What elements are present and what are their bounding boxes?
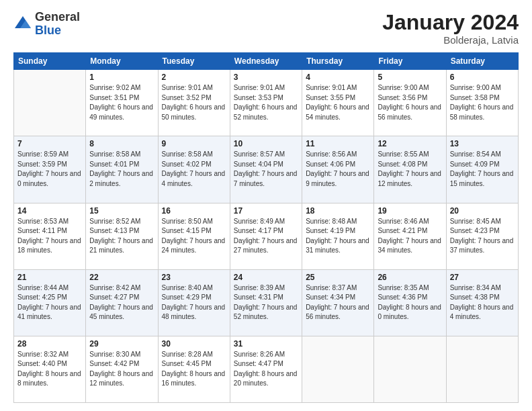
day-header-thursday: Thursday — [302, 53, 374, 70]
day-info: Sunrise: 8:55 AM Sunset: 4:08 PM Dayligh… — [378, 150, 442, 189]
calendar-cell: 5Sunrise: 9:00 AM Sunset: 3:56 PM Daylig… — [374, 70, 446, 136]
page: General Blue January 2024 Bolderaja, Lat… — [0, 0, 532, 411]
calendar-week-row: 7Sunrise: 8:59 AM Sunset: 3:59 PM Daylig… — [14, 136, 519, 203]
day-number: 28 — [17, 339, 82, 349]
day-info: Sunrise: 8:32 AM Sunset: 4:40 PM Dayligh… — [17, 350, 82, 389]
day-number: 4 — [306, 73, 370, 82]
day-info: Sunrise: 8:35 AM Sunset: 4:36 PM Dayligh… — [378, 283, 442, 322]
day-number: 27 — [450, 273, 515, 282]
calendar-cell: 17Sunrise: 8:49 AM Sunset: 4:17 PM Dayli… — [230, 203, 302, 269]
day-number: 9 — [162, 139, 226, 148]
day-number: 7 — [17, 139, 82, 148]
day-info: Sunrise: 9:00 AM Sunset: 3:56 PM Dayligh… — [378, 83, 442, 122]
day-info: Sunrise: 8:58 AM Sunset: 4:01 PM Dayligh… — [89, 150, 154, 189]
calendar-cell: 13Sunrise: 8:54 AM Sunset: 4:09 PM Dayli… — [446, 136, 518, 203]
logo: General Blue — [13, 11, 80, 38]
logo-general-text: General — [35, 10, 80, 24]
day-header-friday: Friday — [374, 53, 446, 70]
day-number: 13 — [450, 139, 515, 148]
day-number: 15 — [89, 206, 154, 216]
day-info: Sunrise: 8:34 AM Sunset: 4:38 PM Dayligh… — [450, 283, 515, 322]
day-info: Sunrise: 8:39 AM Sunset: 4:31 PM Dayligh… — [234, 283, 298, 322]
day-number: 25 — [306, 273, 370, 282]
day-number: 22 — [89, 273, 154, 282]
day-info: Sunrise: 8:45 AM Sunset: 4:23 PM Dayligh… — [450, 217, 515, 256]
day-header-monday: Monday — [86, 53, 158, 70]
day-info: Sunrise: 8:59 AM Sunset: 3:59 PM Dayligh… — [17, 150, 82, 189]
day-info: Sunrise: 8:30 AM Sunset: 4:42 PM Dayligh… — [89, 350, 154, 389]
day-number: 6 — [450, 73, 515, 82]
calendar-cell: 28Sunrise: 8:32 AM Sunset: 4:40 PM Dayli… — [14, 336, 86, 402]
day-number: 10 — [234, 139, 298, 148]
day-info: Sunrise: 8:49 AM Sunset: 4:17 PM Dayligh… — [234, 217, 298, 256]
day-number: 18 — [306, 206, 370, 216]
logo-icon — [13, 15, 32, 34]
calendar-cell — [446, 336, 518, 402]
calendar-cell — [302, 336, 374, 402]
calendar-cell: 29Sunrise: 8:30 AM Sunset: 4:42 PM Dayli… — [86, 336, 158, 402]
day-number: 1 — [89, 73, 154, 82]
day-number: 23 — [162, 273, 226, 282]
day-number: 14 — [17, 206, 82, 216]
day-header-sunday: Sunday — [14, 53, 86, 70]
calendar-cell: 30Sunrise: 8:28 AM Sunset: 4:45 PM Dayli… — [158, 336, 230, 402]
calendar-cell — [374, 336, 446, 402]
day-info: Sunrise: 9:01 AM Sunset: 3:52 PM Dayligh… — [162, 83, 226, 122]
day-info: Sunrise: 8:37 AM Sunset: 4:34 PM Dayligh… — [306, 283, 370, 322]
day-header-wednesday: Wednesday — [230, 53, 302, 70]
day-info: Sunrise: 8:48 AM Sunset: 4:19 PM Dayligh… — [306, 217, 370, 256]
day-info: Sunrise: 8:28 AM Sunset: 4:45 PM Dayligh… — [162, 350, 226, 389]
calendar-header-row: SundayMondayTuesdayWednesdayThursdayFrid… — [14, 53, 519, 70]
calendar-week-row: 21Sunrise: 8:44 AM Sunset: 4:25 PM Dayli… — [14, 269, 519, 336]
calendar-cell: 20Sunrise: 8:45 AM Sunset: 4:23 PM Dayli… — [446, 203, 518, 269]
day-number: 3 — [234, 73, 298, 82]
day-number: 17 — [234, 206, 298, 216]
calendar-cell: 16Sunrise: 8:50 AM Sunset: 4:15 PM Dayli… — [158, 203, 230, 269]
calendar-week-row: 14Sunrise: 8:53 AM Sunset: 4:11 PM Dayli… — [14, 203, 519, 269]
location: Bolderaja, Latvia — [382, 34, 519, 46]
calendar-cell: 15Sunrise: 8:52 AM Sunset: 4:13 PM Dayli… — [86, 203, 158, 269]
day-number: 21 — [17, 273, 82, 282]
day-number: 2 — [162, 73, 226, 82]
calendar-cell: 4Sunrise: 9:01 AM Sunset: 3:55 PM Daylig… — [302, 70, 374, 136]
day-info: Sunrise: 8:58 AM Sunset: 4:02 PM Dayligh… — [162, 150, 226, 189]
calendar-week-row: 1Sunrise: 9:02 AM Sunset: 3:51 PM Daylig… — [14, 70, 519, 136]
day-number: 20 — [450, 206, 515, 216]
day-info: Sunrise: 8:54 AM Sunset: 4:09 PM Dayligh… — [450, 150, 515, 189]
day-info: Sunrise: 8:44 AM Sunset: 4:25 PM Dayligh… — [17, 283, 82, 322]
day-info: Sunrise: 9:02 AM Sunset: 3:51 PM Dayligh… — [89, 83, 154, 122]
day-info: Sunrise: 8:53 AM Sunset: 4:11 PM Dayligh… — [17, 217, 82, 256]
header: General Blue January 2024 Bolderaja, Lat… — [13, 11, 519, 46]
day-info: Sunrise: 8:56 AM Sunset: 4:06 PM Dayligh… — [306, 150, 370, 189]
day-info: Sunrise: 8:40 AM Sunset: 4:29 PM Dayligh… — [162, 283, 226, 322]
calendar-cell: 21Sunrise: 8:44 AM Sunset: 4:25 PM Dayli… — [14, 269, 86, 336]
calendar-cell: 3Sunrise: 9:01 AM Sunset: 3:53 PM Daylig… — [230, 70, 302, 136]
day-info: Sunrise: 8:42 AM Sunset: 4:27 PM Dayligh… — [89, 283, 154, 322]
calendar-cell: 18Sunrise: 8:48 AM Sunset: 4:19 PM Dayli… — [302, 203, 374, 269]
calendar-cell: 14Sunrise: 8:53 AM Sunset: 4:11 PM Dayli… — [14, 203, 86, 269]
day-header-tuesday: Tuesday — [158, 53, 230, 70]
calendar-cell: 19Sunrise: 8:46 AM Sunset: 4:21 PM Dayli… — [374, 203, 446, 269]
calendar-cell: 1Sunrise: 9:02 AM Sunset: 3:51 PM Daylig… — [86, 70, 158, 136]
day-info: Sunrise: 8:57 AM Sunset: 4:04 PM Dayligh… — [234, 150, 298, 189]
calendar-cell — [14, 70, 86, 136]
calendar-cell: 9Sunrise: 8:58 AM Sunset: 4:02 PM Daylig… — [158, 136, 230, 203]
day-info: Sunrise: 9:01 AM Sunset: 3:55 PM Dayligh… — [306, 83, 370, 122]
calendar-cell: 27Sunrise: 8:34 AM Sunset: 4:38 PM Dayli… — [446, 269, 518, 336]
day-info: Sunrise: 9:00 AM Sunset: 3:58 PM Dayligh… — [450, 83, 515, 122]
day-number: 26 — [378, 273, 442, 282]
day-number: 24 — [234, 273, 298, 282]
calendar-cell: 2Sunrise: 9:01 AM Sunset: 3:52 PM Daylig… — [158, 70, 230, 136]
calendar-cell: 24Sunrise: 8:39 AM Sunset: 4:31 PM Dayli… — [230, 269, 302, 336]
calendar-cell: 6Sunrise: 9:00 AM Sunset: 3:58 PM Daylig… — [446, 70, 518, 136]
day-info: Sunrise: 8:46 AM Sunset: 4:21 PM Dayligh… — [378, 217, 442, 256]
day-number: 16 — [162, 206, 226, 216]
calendar-cell: 22Sunrise: 8:42 AM Sunset: 4:27 PM Dayli… — [86, 269, 158, 336]
calendar-cell: 25Sunrise: 8:37 AM Sunset: 4:34 PM Dayli… — [302, 269, 374, 336]
day-info: Sunrise: 8:52 AM Sunset: 4:13 PM Dayligh… — [89, 217, 154, 256]
day-number: 8 — [89, 139, 154, 148]
day-number: 31 — [234, 339, 298, 349]
day-number: 11 — [306, 139, 370, 148]
logo-blue-text: Blue — [35, 24, 61, 37]
calendar-cell: 23Sunrise: 8:40 AM Sunset: 4:29 PM Dayli… — [158, 269, 230, 336]
